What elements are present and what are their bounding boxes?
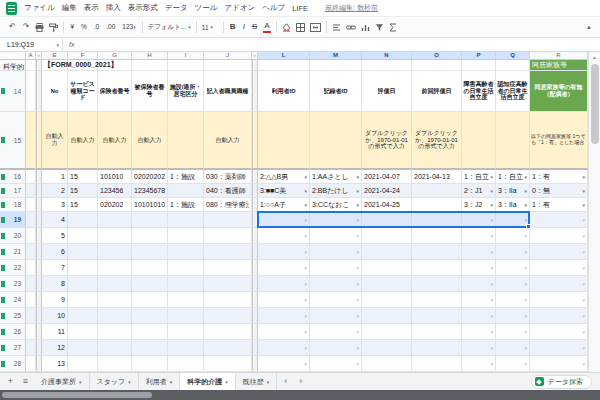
row-header-18[interactable]: 18: [0, 198, 26, 212]
cell-I18[interactable]: 1：施設: [168, 198, 204, 212]
row-header-17[interactable]: 17: [0, 184, 26, 198]
menu-item-3[interactable]: 挿入: [106, 3, 121, 13]
text-color-button[interactable]: A: [263, 22, 270, 33]
cell-H18[interactable]: 1010101010: [132, 198, 168, 212]
cell-A18[interactable]: [26, 198, 36, 212]
cell-dropdown-icon[interactable]: ▾: [304, 313, 307, 319]
cell-I20[interactable]: [168, 228, 204, 244]
cell-E25[interactable]: 10: [42, 308, 68, 324]
cell-R26[interactable]: ▾: [530, 324, 588, 340]
cell-O16[interactable]: 2021-04-13: [412, 170, 462, 184]
cell-I21[interactable]: [168, 244, 204, 260]
cell-L23[interactable]: ▾: [258, 276, 310, 292]
cell-dropdown-icon[interactable]: ▾: [304, 297, 307, 303]
cell-E27[interactable]: 12: [42, 340, 68, 356]
cell-P27[interactable]: ▾: [462, 340, 496, 356]
horizontal-scrollbar[interactable]: [0, 390, 600, 400]
cell-dropdown-icon[interactable]: ▾: [582, 361, 585, 367]
cell-P26[interactable]: ▾: [462, 324, 496, 340]
cell-O17[interactable]: [412, 184, 462, 198]
cell-P16[interactable]: 1：自立▾: [462, 170, 496, 184]
cell-Q26[interactable]: ▾: [496, 324, 530, 340]
font-family-select[interactable]: デフォルト... ▾: [148, 23, 191, 32]
cell-F22[interactable]: [68, 260, 98, 276]
cell-O22[interactable]: [412, 260, 462, 276]
cell-R25[interactable]: ▾: [530, 308, 588, 324]
cell-N26[interactable]: [362, 324, 412, 340]
cell-E18[interactable]: 3: [42, 198, 68, 212]
cell-N15[interactable]: ダブルクリックか、1970-01-01の形式で入力: [362, 112, 412, 170]
font-size-select[interactable]: 11 ▾: [202, 24, 218, 31]
cell-dropdown-icon[interactable]: ▾: [304, 174, 307, 180]
cell-dropdown-icon[interactable]: ▾: [524, 313, 527, 319]
cell-G23[interactable]: [98, 276, 132, 292]
cell-R22[interactable]: ▾: [530, 260, 588, 276]
cell-M14[interactable]: 記録者ID: [310, 71, 362, 112]
cell-G16[interactable]: 101010: [98, 170, 132, 184]
cell-dropdown-icon[interactable]: ▾: [304, 361, 307, 367]
cell-A16[interactable]: [26, 170, 36, 184]
cell-Q20[interactable]: ▾: [496, 228, 530, 244]
column-header-O[interactable]: O: [412, 52, 462, 59]
cell-L16[interactable]: 2:△△B男▾: [258, 170, 310, 184]
scroll-up-icon[interactable]: ▴: [589, 52, 600, 62]
decrease-decimal-button[interactable]: .0: [93, 24, 100, 31]
column-header-H[interactable]: H: [132, 52, 168, 59]
cell-J28[interactable]: [204, 356, 252, 372]
cell-F26[interactable]: [68, 324, 98, 340]
cell-P23[interactable]: ▾: [462, 276, 496, 292]
cell-dropdown-icon[interactable]: ▾: [304, 188, 307, 194]
cell-J1[interactable]: [204, 60, 252, 71]
cell-N23[interactable]: [362, 276, 412, 292]
cell-R14[interactable]: 同居家族等の有無（配偶者）: [530, 71, 588, 112]
cell-A17[interactable]: [26, 184, 36, 198]
merge-cells-icon[interactable]: [310, 18, 321, 36]
row-header-16[interactable]: 16: [0, 170, 26, 184]
cell-L22[interactable]: ▾: [258, 260, 310, 276]
cell-O27[interactable]: [412, 340, 462, 356]
cell-H15[interactable]: 自動入力: [132, 112, 168, 170]
cell-M20[interactable]: ▾: [310, 228, 362, 244]
cell-E28[interactable]: 13: [42, 356, 68, 372]
cell-H26[interactable]: [132, 324, 168, 340]
cell-A22[interactable]: [26, 260, 36, 276]
cell-M15[interactable]: [310, 112, 362, 170]
cell-M1[interactable]: [310, 60, 362, 71]
cell-R19[interactable]: ▾: [530, 212, 588, 228]
cell-dropdown-icon[interactable]: ▾: [356, 188, 359, 194]
cell-P22[interactable]: ▾: [462, 260, 496, 276]
cell-dropdown-icon[interactable]: ▾: [356, 329, 359, 335]
cell-G15[interactable]: 自動入力: [98, 112, 132, 170]
cell-R23[interactable]: ▾: [530, 276, 588, 292]
cell-I17[interactable]: [168, 184, 204, 198]
cell-A24[interactable]: [26, 292, 36, 308]
number-format-button[interactable]: 123▾: [121, 24, 136, 31]
cell-L21[interactable]: ▾: [258, 244, 310, 260]
cell-dropdown-icon[interactable]: ▾: [582, 329, 585, 335]
cell-N17[interactable]: 2021-04-24: [362, 184, 412, 198]
cell-Q15[interactable]: [496, 112, 530, 170]
cell-H16[interactable]: 0202020202: [132, 170, 168, 184]
cell-M17[interactable]: 2:BBたけし▾: [310, 184, 362, 198]
cell-dropdown-icon[interactable]: ▾: [582, 217, 585, 223]
cell-R17[interactable]: 0：無▾: [530, 184, 588, 198]
cell-H25[interactable]: [132, 308, 168, 324]
cell-F20[interactable]: [68, 228, 98, 244]
sheet-tab-1[interactable]: スタッフ▾: [90, 373, 139, 390]
cell-F18[interactable]: 15: [68, 198, 98, 212]
cell-E1[interactable]: 【FORM_0000_2021】: [42, 60, 68, 71]
cell-J18[interactable]: 080：理学療法士: [204, 198, 252, 212]
format-percent-button[interactable]: %: [80, 24, 88, 31]
sheet-tab-menu-icon[interactable]: ▾: [170, 379, 173, 385]
horizontal-scrollbar-thumb[interactable]: [2, 392, 152, 398]
cell-N28[interactable]: [362, 356, 412, 372]
cell-dropdown-icon[interactable]: ▾: [490, 313, 493, 319]
column-header-L[interactable]: L: [258, 52, 310, 59]
selection-overlay[interactable]: [257, 211, 530, 228]
vertical-scrollbar-thumb[interactable]: [591, 64, 599, 144]
cell-I19[interactable]: [168, 212, 204, 228]
cell-Q14[interactable]: 認知症高齢者の日常生活自立度: [496, 71, 530, 112]
column-header-Q[interactable]: Q: [496, 52, 530, 59]
cell-M18[interactable]: 3:CCなおこ▾: [310, 198, 362, 212]
cell-O18[interactable]: [412, 198, 462, 212]
